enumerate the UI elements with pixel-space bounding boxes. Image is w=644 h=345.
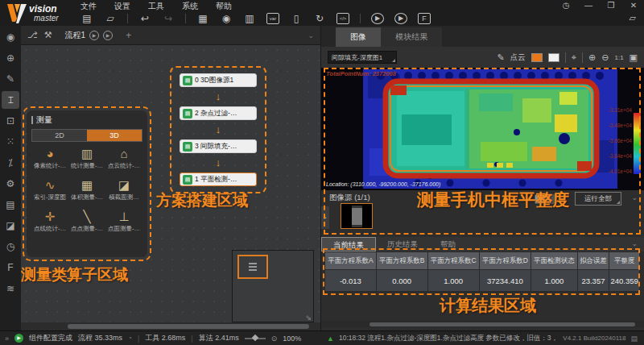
close-icon[interactable]: ✕ [628,1,639,10]
variable-icon[interactable]: var [266,13,279,24]
flow-tab[interactable]: 流程1 ▶ ▶ [59,28,120,43]
flow-minimap[interactable]: ⇘ [232,250,314,322]
restore-icon[interactable]: ❐ [605,1,617,10]
result-hscrollbar[interactable] [321,321,644,327]
tab-current-result[interactable]: 当前结果 [321,237,376,251]
source-chevron-icon[interactable]: ⌄ [631,193,638,202]
pencil-icon[interactable]: ✎ [497,52,505,63]
menu-system[interactable]: 系统 [182,1,198,12]
flow-step-run-icon[interactable]: ▶ [103,31,113,40]
op-index-depthmap[interactable]: ∿索引-深度图 [31,177,68,202]
table-row[interactable]: -0.013 0.000 1.000 37234.410 1.000 23.35… [325,270,640,292]
color-swatch-orange[interactable] [531,53,543,62]
minimize-icon[interactable]: — [583,1,594,10]
op-pixel-stats[interactable]: ◕像素统计-… [31,146,68,170]
rail-locate-icon[interactable]: ⊕ [2,49,19,67]
menu-tools[interactable]: 工具 [148,1,164,12]
node-gap-fill[interactable]: ▤ 3 间隙填充-… [180,139,257,153]
zoom-in-icon[interactable]: ⊕ [588,52,596,63]
log-panel-icon[interactable]: ▤ [630,335,638,343]
color-swatch-white[interactable] [548,53,559,62]
zoom-slider[interactable] [245,338,266,339]
result-chevron-icon[interactable]: ⌄ [625,237,644,251]
open-folder-icon[interactable]: ▱ [104,12,117,25]
script-icon[interactable]: </> [336,13,349,24]
module-grid-icon[interactable]: ▥ [243,12,256,25]
tab-3d[interactable]: 3D [87,130,142,141]
io-module-icon[interactable]: ▯ [290,12,303,25]
flow-canvas[interactable]: 测量 2D 3D ◕像素统计-… ▥统计测量-… ⌂点云统计-… ∿索引-深度图… [21,45,320,322]
save-icon[interactable]: ▤ [80,12,93,25]
scrollbar-thumb[interactable] [68,324,309,329]
source-thumbnail[interactable] [341,203,373,229]
node-3d-image-source[interactable]: ▤ 0 3D图像源1 [180,73,257,87]
menu-help[interactable]: 帮助 [216,1,232,12]
minimap-viewport[interactable] [237,255,268,279]
run-continuous-icon[interactable]: ▶ [394,13,407,24]
panel-title-bar [31,116,33,124]
actual-size-icon[interactable]: 1:1 [614,54,623,61]
op-cross-section[interactable]: ◪横截面测… [105,177,142,202]
run-all-button[interactable]: 运行全部 [575,192,621,206]
slider-handle[interactable] [251,335,258,341]
resize-handle-icon[interactable]: ⇘ [305,314,312,322]
rail-capture-icon[interactable]: ⊡ [2,112,19,130]
flow-hscrollbar[interactable] [21,322,320,330]
magnifier-icon[interactable]: ⊙ [271,335,278,343]
rail-compare-icon[interactable]: ⁒ [2,154,19,172]
left-icon-rail: ◉ ⊕ ✎ ⌶ ⊡ ⁙ ⁒ ⚙ ▤ ◪ ◷ F ≋ [0,26,21,330]
op-stat-measure[interactable]: ▥统计测量-… [68,146,105,170]
tab-history-result[interactable]: 历史结果 [376,237,429,251]
new-window-icon[interactable]: ▦ [196,12,209,25]
menu-bar: 文件 设置 工具 系统 帮助 [80,0,232,12]
flow-arrow-icon: ↓ [216,158,221,168]
run-once-icon[interactable]: ▶ [371,13,384,24]
rail-measure-icon[interactable]: ⌶ [2,91,19,109]
expand-handle[interactable]: ▸ [321,206,329,229]
rail-image-settings-icon[interactable]: ⚙ [2,175,19,193]
op-pointcloud-stats[interactable]: ⌂点云统计-… [105,146,142,170]
flow-run-icon[interactable]: ▶ [89,31,99,40]
rail-image-edit-icon[interactable]: ✎ [2,70,19,88]
menu-file[interactable]: 文件 [80,1,97,12]
flow-tree-icon[interactable]: ⎇ [27,30,38,40]
rail-history-icon[interactable]: ◷ [2,238,19,256]
add-flow-icon[interactable]: + [126,30,131,41]
flow-arrow-icon: ↓ [216,92,221,102]
node-noise-filter[interactable]: ▤ 2 杂点过滤-… [180,106,257,120]
rail-scatter-icon[interactable]: ⁙ [2,133,19,151]
depth-image-view[interactable]: TotalPointNum: 2372008 Location: (3110.0… [321,68,644,190]
camera-icon[interactable]: ◉ [220,12,233,25]
op-volume-measure[interactable]: ▦体积测量-… [68,177,105,202]
rail-stats-icon[interactable]: ▤ [2,196,19,214]
open-solution-icon[interactable]: ▱ [630,13,636,23]
fit-view-icon[interactable]: ⌖ [572,52,576,63]
rail-filter-icon[interactable]: ≋ [2,280,19,297]
op-point-point[interactable]: ╲点点测量-… [68,209,105,233]
colorbar-label: -3.66e+04 [595,138,632,143]
tab-2d[interactable]: 2D [32,130,87,141]
zoom-out-icon[interactable]: ⊖ [601,52,609,63]
op-pointline-stats[interactable]: ✛点线统计-… [31,209,68,233]
tab-module-result[interactable]: 模块结果 [381,27,442,47]
scrollbar-thumb[interactable] [369,322,635,326]
wrench-icon[interactable]: ⚒ [44,30,52,40]
global-refresh-icon[interactable]: ↻ [313,12,326,25]
rail-color-fill-icon[interactable]: ◪ [2,217,19,235]
rail-formula-icon[interactable]: F [2,259,19,276]
op-point-plane[interactable]: ⊥点面测量-… [105,209,142,233]
tab-help[interactable]: 帮助 [429,237,467,251]
rail-camera-icon[interactable]: ◉ [2,28,19,46]
redo-icon[interactable]: ↪ [162,12,175,25]
collapse-rail-icon[interactable]: » [5,335,9,343]
menu-settings[interactable]: 设置 [114,1,130,12]
history-clock-icon[interactable]: ◷ [560,1,572,10]
image-source-select[interactable]: 间隙填充-深度图1 [328,51,397,64]
node-plane-detect[interactable]: ▤ 1 平面检测-… [180,172,257,186]
pan-view-icon[interactable]: ▣ [630,52,638,63]
flow-tabbar-chevron-icon[interactable]: ⌄ [308,31,314,39]
formula-icon[interactable]: F [418,13,431,24]
undo-icon[interactable]: ↩ [138,12,151,25]
annotation-results-area: 计算结果区域 [440,295,536,317]
tab-image[interactable]: 图像 [336,27,381,47]
